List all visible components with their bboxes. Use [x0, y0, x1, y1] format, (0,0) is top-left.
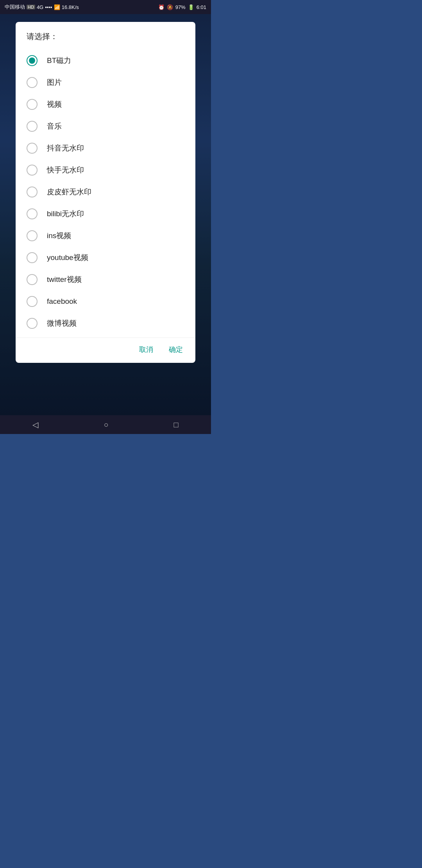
radio-video[interactable]: [27, 99, 38, 110]
battery-label: 97%: [175, 4, 186, 10]
home-icon[interactable]: ○: [104, 420, 108, 429]
wifi-icon: 📶: [54, 4, 60, 10]
option-video[interactable]: 视频: [16, 93, 195, 115]
option-label-ins: ins视频: [47, 231, 71, 241]
radio-twitter[interactable]: [27, 274, 38, 285]
radio-bilibili[interactable]: [27, 208, 38, 219]
option-weibo[interactable]: 微博视频: [16, 312, 195, 334]
signal-icon: ▪▪▪▪: [45, 4, 52, 10]
speed-label: 16.8K/s: [62, 4, 79, 10]
option-label-douyin: 抖音无水印: [47, 143, 84, 153]
option-music[interactable]: 音乐: [16, 115, 195, 137]
time-label: 6:01: [197, 4, 206, 10]
option-pipefish[interactable]: 皮皮虾无水印: [16, 181, 195, 203]
option-facebook[interactable]: facebook: [16, 291, 195, 312]
status-left: 中国移动 HD 4G ▪▪▪▪ 📶 16.8K/s: [5, 4, 79, 11]
selection-dialog: 请选择： BT磁力 图片 视频 音乐: [16, 22, 195, 363]
confirm-button[interactable]: 确定: [167, 343, 184, 357]
radio-bt[interactable]: [27, 55, 38, 66]
background-app: 请选择： BT磁力 图片 视频 音乐: [0, 14, 211, 434]
option-label-music: 音乐: [47, 121, 62, 131]
radio-music[interactable]: [27, 121, 38, 132]
radio-weibo[interactable]: [27, 318, 38, 329]
option-label-image: 图片: [47, 77, 62, 88]
back-icon[interactable]: ◁: [32, 420, 38, 429]
option-label-bt: BT磁力: [47, 56, 71, 66]
option-label-bilibili: bilibi无水印: [47, 209, 84, 219]
option-bilibili[interactable]: bilibi无水印: [16, 203, 195, 225]
option-label-facebook: facebook: [47, 297, 77, 306]
radio-kuaishou[interactable]: [27, 165, 38, 176]
option-twitter[interactable]: twitter视频: [16, 269, 195, 291]
network-label: 4G: [37, 4, 43, 10]
option-bt[interactable]: BT磁力: [16, 50, 195, 72]
status-bar: 中国移动 HD 4G ▪▪▪▪ 📶 16.8K/s ⏰ 🔕 97% 🔋 6:01: [0, 0, 211, 14]
battery-icon: 🔋: [188, 4, 194, 10]
radio-youtube[interactable]: [27, 252, 38, 263]
carrier-label: 中国移动: [5, 4, 25, 11]
option-label-twitter: twitter视频: [47, 274, 82, 285]
nav-bar: ◁ ○ □: [0, 415, 211, 434]
option-image[interactable]: 图片: [16, 72, 195, 93]
radio-douyin[interactable]: [27, 143, 38, 154]
option-label-video: 视频: [47, 99, 62, 109]
dialog-title: 请选择：: [16, 22, 195, 47]
option-label-weibo: 微博视频: [47, 318, 77, 328]
cancel-button[interactable]: 取消: [138, 343, 155, 357]
hd-badge: HD: [27, 5, 35, 9]
option-youtube[interactable]: youtube视频: [16, 247, 195, 269]
recents-icon[interactable]: □: [173, 420, 178, 429]
option-label-pipefish: 皮皮虾无水印: [47, 187, 91, 197]
radio-facebook[interactable]: [27, 296, 38, 307]
radio-pipefish[interactable]: [27, 187, 38, 197]
option-douyin[interactable]: 抖音无水印: [16, 137, 195, 159]
radio-ins[interactable]: [27, 230, 38, 241]
mute-icon: 🔕: [167, 4, 173, 10]
options-list: BT磁力 图片 视频 音乐 抖音无水印: [16, 47, 195, 337]
modal-overlay: 请选择： BT磁力 图片 视频 音乐: [0, 14, 211, 434]
option-ins[interactable]: ins视频: [16, 225, 195, 247]
status-right: ⏰ 🔕 97% 🔋 6:01: [158, 4, 206, 10]
option-label-kuaishou: 快手无水印: [47, 165, 84, 175]
option-kuaishou[interactable]: 快手无水印: [16, 159, 195, 181]
dialog-footer: 取消 确定: [16, 337, 195, 363]
alarm-icon: ⏰: [158, 4, 165, 10]
option-label-youtube: youtube视频: [47, 253, 88, 263]
radio-image[interactable]: [27, 77, 38, 88]
